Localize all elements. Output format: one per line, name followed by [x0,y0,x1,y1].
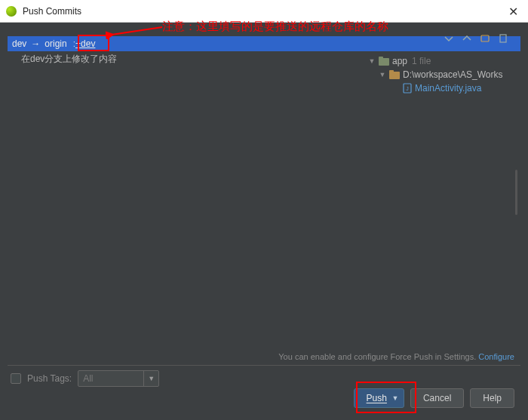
branch-arrow-icon: → [31,38,40,49]
expand-all-icon[interactable] [442,32,456,45]
titlebar: Push Commits ✕ [0,0,528,23]
button-bar: Push ▼ Cancel Help [354,388,514,408]
window-title: Push Commits [23,6,522,17]
push-tags-checkbox[interactable] [11,373,21,384]
tree-folder[interactable]: ▼ D:\workspace\AS_Works [368,68,519,81]
svg-rect-4 [379,57,383,60]
push-button-label: Push [367,393,387,403]
tree-toolbar [442,32,510,45]
commit-message: 在dev分支上修改了内容 [21,53,117,66]
tree-root-count: 1 file [412,56,431,66]
local-branch: dev [12,38,26,49]
remote-name: origin [45,38,66,49]
svg-rect-2 [500,35,506,42]
force-push-hint: You can enable and configure Force Push … [278,352,514,361]
svg-rect-6 [389,70,394,73]
group-by-icon[interactable] [478,32,492,45]
java-file-icon: J [403,83,412,94]
file-tree: ▼ app 1 file ▼ D:\workspace\AS_Works J M… [368,54,519,341]
svg-text:J: J [406,86,409,91]
module-icon [379,57,389,66]
app-icon [6,6,17,17]
remote-branch-input[interactable]: +dev [75,38,95,49]
hint-text: You can enable and configure Force Push … [278,352,476,361]
push-tags-select[interactable]: All ▼ [78,370,159,387]
configure-link[interactable]: Configure [478,352,514,361]
push-tags-label: Push Tags: [27,373,72,384]
collapse-all-icon[interactable] [460,32,474,45]
push-tags-value: All [83,373,93,384]
folder-icon [389,70,400,79]
tree-root-label: app [392,56,407,66]
svg-rect-1 [481,35,489,41]
tree-file-label: MainActivity.java [415,83,481,94]
separator [8,365,520,366]
chevron-down-icon[interactable]: ▼ [369,57,376,65]
close-button[interactable]: ✕ [498,0,528,23]
tree-folder-label: D:\workspace\AS_Works [403,69,503,80]
tree-root[interactable]: ▼ app 1 file [368,54,519,68]
scrollbar[interactable] [515,170,517,215]
push-button[interactable]: Push ▼ [354,388,404,408]
chevron-down-icon[interactable]: ▼ [379,71,386,78]
chevron-down-icon: ▼ [143,371,158,386]
cancel-button[interactable]: Cancel [410,388,464,408]
chevron-down-icon[interactable]: ▼ [390,389,401,407]
tree-file[interactable]: J MainActivity.java [368,81,519,95]
push-tags-row: Push Tags: All ▼ [11,370,159,387]
show-diff-icon[interactable] [496,32,510,45]
dialog-content: dev → origin : +dev 在dev分支上修改了内容 ▼ app 1… [0,23,528,420]
help-button[interactable]: Help [470,388,514,408]
